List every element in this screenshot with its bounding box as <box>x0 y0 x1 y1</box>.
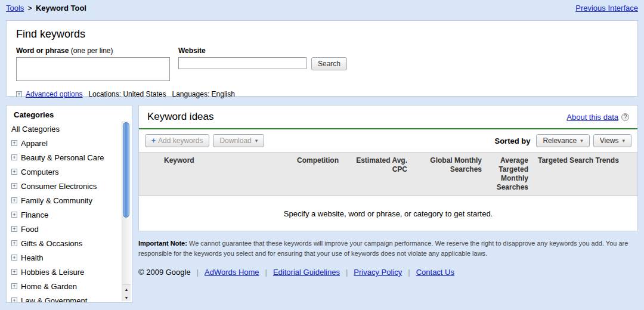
scrollbar-arrows: ▲ ▼ <box>122 284 131 301</box>
add-keywords-button[interactable]: + Add keywords <box>145 134 209 147</box>
empty-state-message: Specify a website, word or phrase, or ca… <box>278 203 499 224</box>
previous-interface-link[interactable]: Previous Interface <box>575 4 638 13</box>
about-this-data: About this data ? <box>566 113 629 122</box>
advanced-options-row: + Advanced options Locations: United Sta… <box>16 90 628 98</box>
chevron-down-icon: ▾ <box>255 138 258 144</box>
find-keywords-form: Word or phrase (one per line) Website Se… <box>16 46 628 83</box>
languages-text: Languages: English <box>172 90 234 98</box>
adwords-home-link[interactable]: AdWords Home <box>205 268 259 277</box>
expand-icon[interactable]: + <box>11 140 17 146</box>
scroll-down-arrow[interactable]: ▼ <box>122 293 131 302</box>
category-item[interactable]: + Apparel <box>10 136 120 150</box>
views-dropdown[interactable]: Views ▾ <box>593 134 631 147</box>
website-label: Website <box>178 46 347 55</box>
column-header-targeted-search-trends[interactable]: Targeted Search Trends <box>533 153 637 196</box>
category-item[interactable]: + Health <box>10 250 120 265</box>
word-phrase-textarea[interactable] <box>16 57 170 81</box>
table-body: Specify a website, word or phrase, or ca… <box>139 196 637 231</box>
website-input[interactable] <box>178 57 306 69</box>
relevance-dropdown[interactable]: Relevance ▾ <box>536 134 589 147</box>
category-item[interactable]: + Law & Government <box>10 293 120 303</box>
category-item[interactable]: + Consumer Electronics <box>10 179 120 193</box>
keyword-ideas-panel: Keyword ideas About this data ? + Add ke… <box>138 105 638 231</box>
column-header-estimated-avg-cpc[interactable]: Estimated Avg. CPC <box>343 153 412 196</box>
category-item[interactable]: + Finance <box>10 207 120 222</box>
footer-separator: | <box>265 268 267 277</box>
expand-icon[interactable]: + <box>11 183 17 189</box>
expand-icon[interactable]: + <box>11 240 17 246</box>
categories-panel: Categories All Categories + Apparel + Be… <box>6 105 132 303</box>
expand-icon[interactable]: + <box>11 283 17 289</box>
content-row: Categories All Categories + Apparel + Be… <box>6 105 638 303</box>
locations-text: Locations: United States <box>88 90 166 98</box>
scroll-up-arrow[interactable]: ▲ <box>122 285 131 293</box>
word-phrase-label: Word or phrase (one per line) <box>16 46 170 55</box>
download-button[interactable]: Download ▾ <box>213 134 264 147</box>
contact-us-link[interactable]: Contact Us <box>416 268 454 277</box>
expand-icon[interactable]: + <box>16 91 22 97</box>
breadcrumb: Tools > Keyword Tool <box>6 4 86 13</box>
breadcrumb-separator: > <box>27 4 32 13</box>
sorted-by-label: Sorted by <box>494 137 530 145</box>
plus-icon: + <box>151 137 156 145</box>
important-note-text: We cannot guarantee that these keywords … <box>138 240 628 257</box>
expand-icon[interactable]: + <box>11 255 17 261</box>
important-note-label: Important Note: <box>138 240 187 247</box>
expand-icon[interactable]: + <box>11 169 17 175</box>
page-title: Keyword Tool <box>36 4 86 13</box>
categories-title: Categories <box>7 106 132 122</box>
website-field: Website Search <box>178 46 347 70</box>
keyword-ideas-title: Keyword ideas <box>147 111 214 123</box>
scrollbar-thumb[interactable] <box>123 122 129 218</box>
expand-icon[interactable]: + <box>11 197 17 203</box>
category-item[interactable]: + Beauty & Personal Care <box>10 150 120 165</box>
chevron-down-icon: ▾ <box>622 138 625 144</box>
categories-scrollbar[interactable]: ▲ ▼ <box>122 121 131 301</box>
tools-link[interactable]: Tools <box>6 4 24 13</box>
privacy-policy-link[interactable]: Privacy Policy <box>354 268 402 277</box>
footer-separator: | <box>197 268 199 277</box>
category-item[interactable]: + Family & Community <box>10 193 120 207</box>
category-item[interactable]: + Hobbies & Leisure <box>10 265 120 279</box>
word-phrase-field: Word or phrase (one per line) <box>16 46 170 83</box>
footer: © 2009 Google | AdWords Home | Editorial… <box>138 268 638 277</box>
main-column: Keyword ideas About this data ? + Add ke… <box>138 105 638 303</box>
column-header-keyword[interactable]: Keyword <box>139 153 281 196</box>
editorial-guidelines-link[interactable]: Editorial Guidelines <box>273 268 340 277</box>
page: Tools > Keyword Tool Previous Interface … <box>0 0 644 303</box>
advanced-options-link[interactable]: Advanced options <box>26 90 82 98</box>
expand-icon[interactable]: + <box>11 269 17 275</box>
help-question-icon[interactable]: ? <box>621 113 629 121</box>
keyword-ideas-header: Keyword ideas About this data ? <box>139 106 637 128</box>
topbar: Tools > Keyword Tool Previous Interface <box>0 0 644 16</box>
footer-separator: | <box>346 268 348 277</box>
category-item[interactable]: + Home & Garden <box>10 279 120 293</box>
footer-separator: | <box>408 268 410 277</box>
column-header-global-monthly-searches[interactable]: Global Monthly Searches <box>412 153 487 196</box>
category-item[interactable]: + Food <box>10 222 120 236</box>
expand-icon[interactable]: + <box>11 297 17 303</box>
expand-icon[interactable]: + <box>11 226 17 232</box>
find-keywords-title: Find keywords <box>16 28 628 41</box>
category-item[interactable]: + Gifts & Occasions <box>10 236 120 250</box>
category-all[interactable]: All Categories <box>10 122 120 136</box>
chevron-down-icon: ▾ <box>580 138 583 144</box>
expand-icon[interactable]: + <box>11 154 17 160</box>
categories-list: All Categories + Apparel + Beauty & Pers… <box>7 122 132 303</box>
important-note: Important Note: We cannot guarantee that… <box>138 238 638 258</box>
ideas-toolbar: + Add keywords Download ▾ Sorted by Rele… <box>139 129 637 152</box>
about-this-data-link[interactable]: About this data <box>566 113 618 122</box>
search-button[interactable]: Search <box>311 57 347 70</box>
category-item[interactable]: + Computers <box>10 165 120 179</box>
column-header-competition[interactable]: Competition <box>281 153 343 196</box>
find-keywords-panel: Find keywords Word or phrase (one per li… <box>6 20 638 97</box>
column-header-average-targeted-monthly-searches[interactable]: Average Targeted Monthly Searches <box>487 153 533 196</box>
expand-icon[interactable]: + <box>11 212 17 218</box>
table-header: Keyword Competition Estimated Avg. CPC G… <box>139 152 637 196</box>
copyright-text: © 2009 Google <box>138 268 191 277</box>
